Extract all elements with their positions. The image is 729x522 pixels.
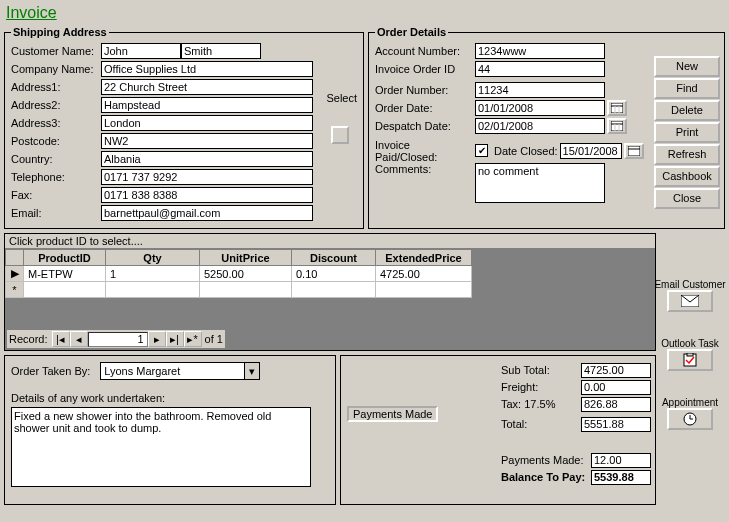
appointment-button[interactable] <box>667 408 713 430</box>
refresh-button[interactable]: Refresh <box>654 144 720 165</box>
label-balance: Balance To Pay: <box>501 471 591 483</box>
order-date-field[interactable]: 01/01/2008 <box>475 100 605 116</box>
despatch-field[interactable]: 02/01/2008 <box>475 118 605 134</box>
col-unitprice[interactable]: UnitPrice <box>200 250 292 266</box>
addr2-field[interactable]: Hampstead <box>101 97 313 113</box>
country-field[interactable]: Albania <box>101 151 313 167</box>
label-freight: Freight: <box>501 381 581 393</box>
label-email-customer: Email Customer <box>654 279 726 290</box>
svg-rect-0 <box>611 103 623 113</box>
label-outlook-task: Outlook Task <box>654 338 726 349</box>
label-telephone: Telephone: <box>11 171 101 183</box>
nav-next-button[interactable]: ▸ <box>148 331 166 347</box>
col-productid[interactable]: ProductID <box>24 250 106 266</box>
find-button[interactable]: Find <box>654 78 720 99</box>
payments-made-field: 12.00 <box>591 453 651 468</box>
col-extendedprice[interactable]: ExtendedPrice <box>376 250 472 266</box>
col-discount[interactable]: Discount <box>292 250 376 266</box>
paid-checkbox[interactable]: ✔ <box>475 144 488 157</box>
col-qty[interactable]: Qty <box>106 250 200 266</box>
cell-productid[interactable]: M-ETPW <box>24 266 106 282</box>
products-grid-panel: Click product ID to select.... ProductID… <box>4 233 656 351</box>
label-country: Country: <box>11 153 101 165</box>
row-header-blank <box>6 250 24 266</box>
nav-first-button[interactable]: |◂ <box>52 331 70 347</box>
label-postcode: Postcode: <box>11 135 101 147</box>
label-invoice-id: Invoice Order ID <box>375 63 475 75</box>
grid-caption: Click product ID to select.... <box>5 234 655 249</box>
order-date-calendar-button[interactable] <box>607 100 627 116</box>
nav-prev-button[interactable]: ◂ <box>70 331 88 347</box>
subtotal-field: 4725.00 <box>581 363 651 378</box>
label-order-taken-by: Order Taken By: <box>11 365 90 377</box>
addr1-field[interactable]: 22 Church Street <box>101 79 313 95</box>
label-payments-made: Payments Made: <box>501 454 591 466</box>
svg-rect-8 <box>628 146 640 156</box>
label-customer-name: Customer Name: <box>11 45 101 57</box>
invoice-id-field[interactable]: 44 <box>475 61 605 77</box>
svg-rect-4 <box>611 121 623 131</box>
cell-discount[interactable]: 0.10 <box>292 266 376 282</box>
table-row[interactable]: ▶ M-ETPW 1 5250.00 0.10 4725.00 <box>6 266 472 282</box>
comments-field[interactable]: no comment <box>475 163 605 203</box>
label-email: Email: <box>11 207 101 219</box>
close-button[interactable]: Close <box>654 188 720 209</box>
company-field[interactable]: Office Supplies Ltd <box>101 61 313 77</box>
label-date-closed: Date Closed: <box>494 145 558 157</box>
new-button[interactable]: New <box>654 56 720 77</box>
products-table[interactable]: ProductID Qty UnitPrice Discount Extende… <box>5 249 472 298</box>
shipping-legend: Shipping Address <box>11 26 109 38</box>
work-details-textarea[interactable] <box>11 407 311 487</box>
fax-field[interactable]: 0171 838 8388 <box>101 187 313 203</box>
select-label: Select <box>326 92 357 104</box>
postcode-field[interactable]: NW2 <box>101 133 313 149</box>
telephone-field[interactable]: 0171 737 9292 <box>101 169 313 185</box>
total-field: 5551.88 <box>581 417 651 432</box>
select-button[interactable] <box>331 126 349 144</box>
nav-last-button[interactable]: ▸| <box>166 331 184 347</box>
despatch-calendar-button[interactable] <box>607 118 627 134</box>
order-legend: Order Details <box>375 26 448 38</box>
date-closed-field[interactable]: 15/01/2008 <box>560 143 622 159</box>
addr3-field[interactable]: London <box>101 115 313 131</box>
record-of-label: of <box>205 333 214 345</box>
record-navigator: Record: |◂ ◂ 1 ▸ ▸| ▸* of 1 <box>7 330 225 348</box>
label-comments: Comments: <box>375 163 475 175</box>
label-order-date: Order Date: <box>375 102 475 114</box>
new-row-icon[interactable]: * <box>6 282 24 298</box>
email-customer-button[interactable] <box>667 290 713 312</box>
payments-made-button[interactable]: Payments Made <box>347 406 438 422</box>
table-new-row[interactable]: * <box>6 282 472 298</box>
cashbook-button[interactable]: Cashbook <box>654 166 720 187</box>
first-name-field[interactable]: John <box>101 43 181 59</box>
freight-field[interactable]: 0.00 <box>581 380 651 395</box>
page-title[interactable]: Invoice <box>0 0 63 24</box>
email-field[interactable]: barnettpaul@gmail.com <box>101 205 313 221</box>
order-taken-by-combo[interactable]: Lyons Margaret ▾ <box>100 362 260 380</box>
label-account: Account Number: <box>375 45 475 57</box>
order-no-field[interactable]: 11234 <box>475 82 605 98</box>
delete-button[interactable]: Delete <box>654 100 720 121</box>
cell-unitprice[interactable]: 5250.00 <box>200 266 292 282</box>
order-taken-by-value: Lyons Margaret <box>104 365 180 377</box>
label-subtotal: Sub Total: <box>501 364 581 376</box>
clock-icon <box>682 411 698 427</box>
nav-new-button[interactable]: ▸* <box>184 331 202 347</box>
cell-qty[interactable]: 1 <box>106 266 200 282</box>
label-tax: Tax: 17.5% <box>501 398 581 410</box>
nav-current-field[interactable]: 1 <box>88 332 148 347</box>
label-addr2: Address2: <box>11 99 101 111</box>
last-name-field[interactable]: Smith <box>181 43 261 59</box>
label-total: Total: <box>501 418 581 430</box>
label-fax: Fax: <box>11 189 101 201</box>
label-order-no: Order Number: <box>375 84 475 96</box>
record-total: 1 <box>217 333 223 345</box>
cell-extendedprice[interactable]: 4725.00 <box>376 266 472 282</box>
date-closed-calendar-button[interactable] <box>624 143 644 159</box>
chevron-down-icon[interactable]: ▾ <box>244 363 259 379</box>
row-selector-icon[interactable]: ▶ <box>6 266 24 282</box>
account-field[interactable]: 1234www <box>475 43 605 59</box>
label-company: Company Name: <box>11 63 101 75</box>
print-button[interactable]: Print <box>654 122 720 143</box>
outlook-task-button[interactable] <box>667 349 713 371</box>
